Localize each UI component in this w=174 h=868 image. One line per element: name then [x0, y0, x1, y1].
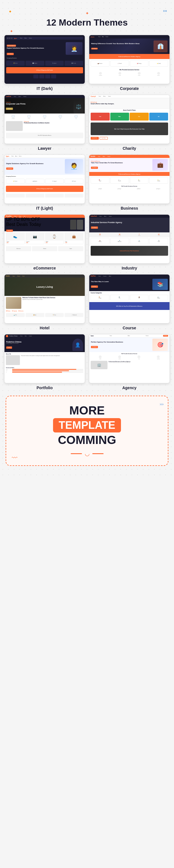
hero-text: We Help People Small efforts make big ch…	[91, 102, 114, 105]
skill-name: JS	[6, 372, 11, 373]
learn-more-btn[interactable]: Learn More	[100, 137, 108, 140]
icon-item: Criminal	[22, 115, 36, 119]
hero-btn[interactable]: Get Started	[91, 226, 98, 229]
nav-item: Home	[14, 216, 16, 217]
theme-card-portfolio[interactable]: Federico Chiesa Home Work Contact Federi…	[4, 334, 85, 390]
theme-card-industry[interactable]: IndusTech Home About Service Industrial …	[89, 214, 170, 270]
theme-card-it-light[interactable]: Qgris Home About Service Digital Solutio…	[4, 155, 85, 211]
stat-circle	[157, 72, 160, 75]
icon-item: 🔩Parts	[130, 238, 149, 244]
theme-card-agency[interactable]: Seek Home About Service Contact Perfect …	[89, 334, 170, 390]
hire-btn[interactable]: Hire Me	[6, 346, 12, 349]
theme-card-business[interactable]: Buslink Home About Service Professional …	[89, 155, 170, 211]
service-item: 💡 Service	[6, 179, 25, 184]
hero-text: Corporate Corporate Law Firms Contact Us	[6, 102, 26, 110]
lawyer-bottom: Best SEO Optimization Assess	[6, 133, 83, 138]
industry-icons: 🏭Factory ⚙️Machines 🔩Parts 🛠️Tools	[89, 237, 170, 245]
product-card[interactable]: ⌚ Watch $49	[45, 232, 64, 244]
hero-text: Making Difference Growth Your Business W…	[91, 43, 139, 50]
deco-wave: 〰	[12, 455, 18, 461]
hero-text: The New Way to Learn Enroll Now	[91, 281, 109, 288]
hotel-content: Welcome To Hotelx Modern Hotel Room Suit…	[4, 296, 85, 310]
hero-illustration: 🧑‍💼	[65, 159, 83, 174]
card-item: 💼 Business	[91, 60, 109, 67]
about-image	[6, 355, 20, 365]
icon-box	[51, 74, 56, 79]
theme-card-corporate[interactable]: Bislink Home About Service Making Differ…	[89, 35, 170, 91]
skill-css: CSS	[6, 370, 83, 371]
service-item: 🛡️ Security	[65, 61, 83, 66]
hotel-room-image	[6, 297, 21, 309]
hotel-logo: Hotelx	[6, 275, 10, 277]
product-card[interactable]: 📷 Camera $89	[26, 232, 44, 244]
prof-image	[6, 121, 23, 131]
it-light-hero: Digital Solutions Agency For Growth Busi…	[4, 158, 85, 175]
hero-images	[70, 220, 83, 229]
theme-label-business: Business	[121, 206, 138, 211]
exclusive-label: We Provide Exclusive Service	[89, 185, 170, 187]
hero-title: Perfect Agency For Innovative Business	[91, 341, 123, 343]
theme-card-lawyer[interactable]: LawFirm Home About Practice Corporate Co…	[4, 95, 85, 151]
hero-btn[interactable]: Get Started	[91, 167, 98, 169]
charity-nav: CharityX Home About Events	[89, 95, 170, 98]
hero-btn[interactable]: Get Started	[7, 53, 14, 55]
hero-subtitle: UI/UX Designer & Developer	[6, 343, 21, 344]
lawyer-icons: Corporate Criminal Family Civil	[4, 114, 85, 120]
prof-text: Professional Professional Business Confi…	[24, 121, 83, 131]
categories-label: Course Categories	[89, 291, 170, 294]
nav-contact-btn[interactable]: Contact	[163, 335, 168, 337]
nav-item: Home	[14, 96, 16, 97]
product-card[interactable]: 👟 Shoes $29	[6, 232, 25, 244]
agency-preview: Seek Home About Service Contact Perfect …	[89, 334, 170, 383]
services-row: 💡 Service 📊 Analytics 🔧 Support 🛡️ Secur…	[6, 61, 83, 66]
enroll-btn[interactable]: Enroll Now	[91, 285, 98, 288]
deco-line-right	[92, 453, 104, 454]
product-card[interactable]: 👜 Bag $59	[65, 232, 83, 244]
more-label: MORE	[12, 405, 162, 416]
icon-circle	[74, 115, 78, 118]
portfolio-preview: Federico Chiesa Home Work Contact Federi…	[4, 334, 85, 383]
stats-icons: Marketing Design Strategy Finance	[89, 71, 170, 77]
more-coming-section: ››› 〰 MORE TEMPLATE COMMING ◡	[6, 396, 168, 466]
product-image: 👟	[6, 232, 25, 241]
hero-btn[interactable]: Contact Us	[6, 107, 13, 110]
theme-card-ecommerce[interactable]: ShopMax Home Shop Cart UP TO 80% OFF Bes…	[4, 214, 85, 270]
hero-btn[interactable]: Get Started	[6, 167, 13, 170]
corporate-hero: Making Difference Growth Your Business W…	[89, 38, 170, 54]
services-label: We Provide Exclusive Service	[89, 352, 170, 355]
hero-title: Best Deals Today	[6, 222, 70, 227]
nav-item: Service	[29, 38, 32, 39]
hero-tag: We Are Agency	[7, 45, 16, 46]
skill-bar-js	[12, 372, 83, 373]
theme-card-course[interactable]: EduPlus Home Courses About The New Way t…	[89, 274, 170, 330]
lawyer-illustration: ⚖️	[73, 99, 83, 114]
hero-title: Digital Solutions Agency For Growth Busi…	[7, 47, 66, 50]
agency-icons: Digital Design SEO Branding	[89, 355, 170, 360]
hero-title: Take Your Great Idea To Great Business	[91, 162, 123, 164]
shop-now-btn[interactable]: Shop Now	[6, 229, 13, 232]
nav-item: Home	[20, 38, 22, 39]
page-wrapper: 🔸 ››› ✦ 12 Modern Themes ✦ Qgris Home Ab…	[0, 0, 174, 477]
icon-item: SEO	[138, 355, 140, 360]
donate-btn[interactable]: Donate Now	[91, 137, 99, 140]
product-price: $29	[7, 242, 24, 243]
hero-btn[interactable]: Get Started	[91, 346, 98, 348]
theme-card-it-dark[interactable]: Qgris Home About Service We Are Agency D…	[4, 35, 85, 91]
nav-item: Service	[109, 216, 112, 217]
industry-preview: IndusTech Home About Service Industrial …	[89, 214, 170, 264]
skill-fill	[12, 369, 76, 370]
theme-label-agency: Agency	[123, 385, 137, 390]
stats-bar: 25 Years Of Experience We Provide	[6, 67, 83, 73]
corporate-preview: Bislink Home About Service Making Differ…	[89, 35, 170, 84]
subtitle-icon: ✦	[85, 11, 89, 16]
theme-card-hotel[interactable]: Hotelx Home Rooms Book Luxury Living Wel…	[4, 274, 85, 330]
amenity-spa: 💆 Spa	[26, 313, 44, 317]
hero-btn[interactable]: Get Started	[91, 48, 98, 50]
theme-card-charity[interactable]: CharityX Home About Events We Help Peopl…	[89, 95, 170, 151]
icon-circle	[99, 355, 102, 358]
stat-label: Finance	[157, 75, 160, 76]
nav-item: Book	[23, 276, 25, 277]
hero-title: Industrial Services Provider Agency	[91, 221, 122, 224]
nav-item: Home	[110, 335, 112, 336]
card-item: 🎯 Strategy	[130, 60, 149, 67]
